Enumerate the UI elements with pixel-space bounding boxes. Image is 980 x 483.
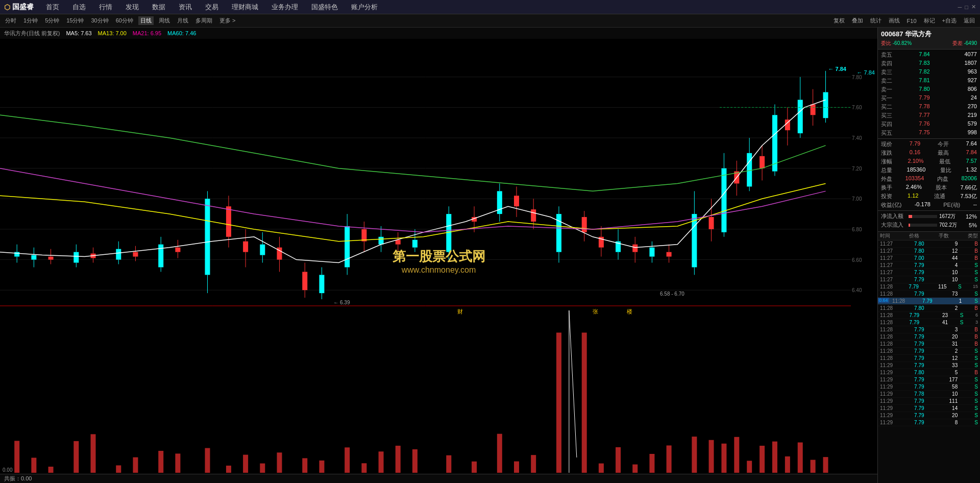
bulk-flow-pct: 5%	[962, 222, 977, 228]
turnover-rate: 2.46%	[906, 184, 922, 191]
ma60-label: MA60: 7.46	[167, 30, 196, 36]
trade-row: 11:277.809B	[878, 240, 980, 248]
period-weekly[interactable]: 周线	[157, 16, 172, 25]
trade-row: 11:287.793B	[878, 326, 980, 333]
menu-watchlist[interactable]: 自选	[70, 2, 88, 13]
si-change-row: 涨跌 0.16 最高 7.84	[878, 149, 980, 157]
menu-home[interactable]: 首页	[44, 2, 61, 13]
trade-row: 11:297.805B	[878, 369, 980, 376]
window-minimize[interactable]: ─	[958, 4, 962, 10]
trade-log-header: 时间 价格 手数 类型	[878, 232, 980, 240]
period-1min[interactable]: 1分钟	[21, 16, 40, 25]
trade-row: 11:297.798S	[878, 419, 980, 426]
vol-ratio: 1.32	[966, 166, 977, 174]
bulk-flow-bar-fill	[909, 224, 910, 227]
trade-row: 11:287.802B	[878, 305, 980, 312]
price-high: 7.84	[966, 149, 977, 157]
menu-business[interactable]: 业务办理	[270, 2, 300, 13]
chart-canvas-container: 第一股票公式网 www.chnmoney.com ← 7.84 ← 6.39 6…	[0, 39, 877, 483]
stock-period-label: 华讯方舟(日线 前复权)	[4, 30, 60, 37]
chart-toolbar: 分时 1分钟 5分钟 15分钟 30分钟 60分钟 日线 周线 月线 多周期 更…	[0, 14, 980, 28]
wb-label: 委比 -60.82%	[881, 40, 912, 47]
period-more[interactable]: 更多 >	[217, 16, 237, 25]
chart-info-bar: 华讯方舟(日线 前复权) MA5: 7.63 MA13: 7.00 MA21: …	[0, 28, 877, 39]
app-logo: ⬡ 国盛睿	[4, 3, 34, 12]
trade-row: 11:297.79111S	[878, 398, 980, 405]
net-flow-value: 1672万	[939, 213, 960, 220]
income: -0.178	[915, 201, 930, 209]
si-pct-row: 涨幅 2.10% 最低 7.57	[878, 157, 980, 166]
trade-row: 11:287.79115S15	[878, 283, 980, 291]
menu-trade[interactable]: 交易	[203, 2, 220, 13]
btn-watchlist-add[interactable]: +自选	[940, 16, 959, 25]
period-monthly[interactable]: 月线	[175, 16, 190, 25]
pe: --	[973, 201, 977, 209]
trade-row: 11:277.8012B	[878, 248, 980, 255]
ma13-label: MA13: 7.00	[98, 30, 127, 36]
si-outer-row: 外盘 103354 内盘 82006	[878, 175, 980, 183]
window-maximize[interactable]: □	[965, 4, 968, 10]
trade-row: 11:277.0044B	[878, 255, 980, 262]
menu-data[interactable]: 数据	[150, 2, 167, 13]
period-30min[interactable]: 30分钟	[89, 16, 111, 25]
trade-row: 11:277.7910S	[878, 269, 980, 276]
net-flow-bar-fill	[909, 215, 912, 218]
btn-mark[interactable]: 标记	[922, 16, 937, 25]
chart-area: 华讯方舟(日线 前复权) MA5: 7.63 MA13: 7.00 MA21: …	[0, 28, 878, 483]
menu-news[interactable]: 资讯	[177, 2, 194, 13]
btn-back[interactable]: 返回	[962, 16, 977, 25]
period-60min[interactable]: 60分钟	[114, 16, 135, 25]
buy-4-row: 买四 7.76 579	[878, 120, 980, 129]
buy-1-row: 买一 7.79 24	[878, 94, 980, 103]
btn-draw[interactable]: 画线	[887, 16, 902, 25]
window-close[interactable]: ✕	[971, 4, 976, 10]
trade-row: 11:277.794S	[878, 262, 980, 269]
wc-label: 委差 -6490	[952, 40, 977, 47]
btn-stack[interactable]: 叠加	[850, 16, 865, 25]
net-flow-label: 净流入额	[881, 212, 906, 220]
bulk-flow-row: 大宗流入 702.2万 5%	[881, 221, 977, 229]
period-daily[interactable]: 日线	[138, 16, 154, 25]
period-multi[interactable]: 多周期	[193, 16, 214, 25]
equity: 7.66亿	[961, 184, 977, 191]
menu-market[interactable]: 行情	[97, 2, 114, 13]
ma21-label: MA21: 6.95	[133, 30, 161, 36]
stock-name: 000687 华讯方舟	[881, 30, 932, 39]
flow-info: 净流入额 1672万 12% 大宗流入 702.2万 5%	[878, 211, 980, 232]
right-panel: 000687 华讯方舟 委比 -60.82% 委差 -6490 卖五 7.84 …	[878, 28, 980, 483]
sell-5-row: 卖五 7.84 4077	[878, 51, 980, 59]
period-5min[interactable]: 5分钟	[43, 16, 61, 25]
net-flow-pct: 12%	[962, 213, 977, 220]
trade-row: 11:287.7920B	[878, 333, 980, 341]
bulk-flow-label: 大宗流入	[881, 221, 906, 229]
ma5-label: MA5: 7.63	[66, 30, 91, 36]
si-vol-row: 总量 185360 量比 1.32	[878, 166, 980, 175]
trade-row: 11:297.7810S	[878, 391, 980, 398]
sell-4-row: 卖四 7.83 1807	[878, 59, 980, 68]
menu-discover[interactable]: 发现	[124, 2, 141, 13]
trade-row: 11:297.7920S	[878, 412, 980, 419]
menu-special[interactable]: 国盛特色	[309, 2, 340, 13]
inner-vol: 82006	[961, 175, 977, 183]
period-15min[interactable]: 15分钟	[64, 16, 86, 25]
logo-icon: ⬡	[4, 3, 10, 11]
trade-log: 11:277.809B 11:277.8012B 11:277.0044B 11…	[878, 240, 980, 483]
top-menu-bar: ⬡ 国盛睿 首页 自选 行情 发现 数据 资讯 交易 理财商城 业务办理 国盛特…	[0, 0, 980, 14]
price-label-low: ← 6.39	[333, 300, 350, 305]
bottom-band: 共振：0.00	[0, 474, 877, 483]
btn-fuquan[interactable]: 复权	[831, 16, 847, 25]
trade-row: 11:297.7914S	[878, 405, 980, 412]
si-invest-row: 投资 1.12 流通 7.53亿	[878, 192, 980, 201]
main-menu: 首页 自选 行情 发现 数据 资讯 交易 理财商城 业务办理 国盛特色 账户分析	[44, 2, 380, 13]
btn-f10[interactable]: F10	[905, 17, 919, 25]
si-turnover-row: 换手 2.46% 股本 7.66亿	[878, 183, 980, 192]
menu-account[interactable]: 账户分析	[349, 2, 380, 13]
net-flow-bar	[909, 215, 937, 218]
sell-1-row: 卖一 7.80 806	[878, 85, 980, 94]
btn-stats[interactable]: 统计	[868, 16, 884, 25]
buy-3-row: 买三 7.77 219	[878, 111, 980, 120]
menu-wealth[interactable]: 理财商城	[230, 2, 260, 13]
order-book: 卖五 7.84 4077 卖四 7.83 1807 卖三 7.82 963 卖二…	[878, 50, 980, 139]
total-vol: 185360	[907, 166, 926, 174]
period-fenshi[interactable]: 分时	[3, 16, 18, 25]
